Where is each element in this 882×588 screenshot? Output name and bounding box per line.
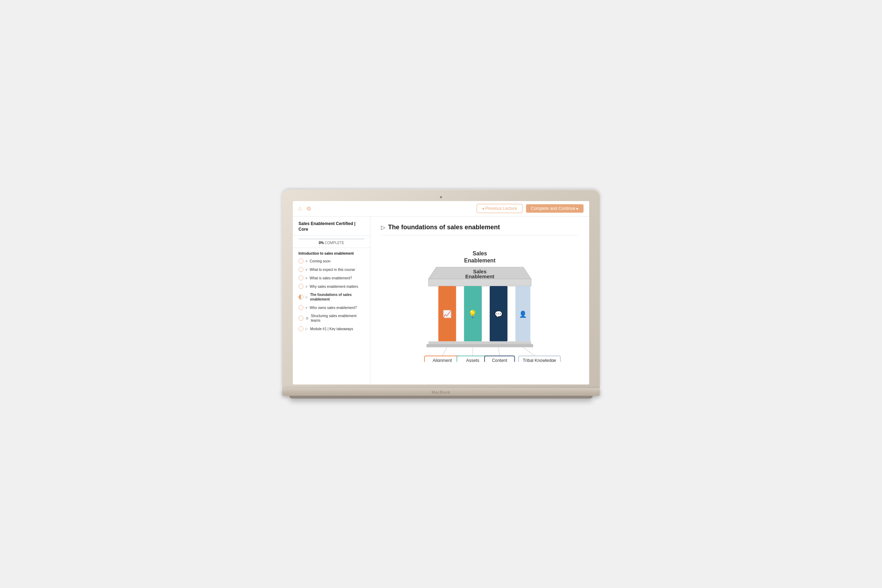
- item-status-circle: [298, 326, 303, 331]
- top-nav: ⌂ ⚙ ◂ Previous Lecture Complete and Cont…: [293, 201, 589, 217]
- item-status-circle: [298, 276, 303, 280]
- temple-diagram: 📈 💡 💬: [381, 243, 579, 362]
- diagram-container: 📈 💡 💬: [381, 240, 579, 365]
- svg-rect-1: [428, 279, 531, 286]
- item-label: Why sales enablement matters: [310, 284, 358, 289]
- camera: [440, 196, 442, 198]
- svg-text:💬: 💬: [495, 310, 503, 318]
- settings-icon[interactable]: ⚙: [306, 205, 311, 212]
- content-header: ▷ The foundations of sales enablement: [381, 224, 579, 236]
- list-item[interactable]: ≡ What is sales enablement?: [293, 274, 370, 282]
- list-item[interactable]: ⚙ Structuring sales enablement teams: [293, 312, 370, 324]
- item-label: What is sales enablement?: [310, 276, 352, 280]
- item-status-circle: [298, 305, 303, 310]
- svg-line-14: [442, 347, 447, 356]
- progress-bar-bg: [298, 238, 364, 240]
- item-status-circle: [298, 284, 303, 289]
- item-label: Coming soon: [310, 259, 331, 264]
- svg-text:Assets: Assets: [466, 358, 479, 362]
- svg-text:💡: 💡: [468, 310, 477, 318]
- svg-text:Sales: Sales: [473, 250, 487, 256]
- svg-text:Content: Content: [492, 358, 507, 362]
- structure-icon: ⚙: [306, 316, 309, 320]
- item-status-circle-half: [298, 294, 303, 300]
- list-icon: ≡: [306, 285, 308, 288]
- list-item[interactable]: ≡ Why sales enablement matters: [293, 282, 370, 291]
- progress-value: 0%: [319, 241, 324, 245]
- list-icon: ≡: [306, 276, 308, 280]
- list-icon: ≡: [306, 306, 308, 310]
- progress-label: COMPLETE: [325, 241, 344, 245]
- video-icon: ▷: [306, 295, 308, 299]
- section-title: Introduction to sales enablement: [293, 248, 370, 257]
- item-status-circle: [298, 267, 303, 272]
- svg-text:👤: 👤: [519, 310, 527, 318]
- list-icon: ≡: [306, 259, 308, 263]
- home-icon[interactable]: ⌂: [298, 205, 302, 212]
- item-label: The foundations of sales enablement: [310, 292, 364, 302]
- content-area: ▷ The foundations of sales enablement: [370, 217, 589, 384]
- list-icon: ≡: [306, 268, 308, 272]
- nav-left: ⌂ ⚙: [298, 205, 311, 212]
- list-item[interactable]: ≡ What to expect in this course: [293, 265, 370, 274]
- complete-continue-button[interactable]: Complete and Continue ▸: [526, 204, 584, 213]
- svg-text:📈: 📈: [443, 310, 452, 318]
- sidebar: Sales Enablement Certified | Core 0% COM…: [293, 217, 370, 384]
- nav-right: ◂ Previous Lecture Complete and Continue…: [477, 204, 584, 213]
- item-label: Structuring sales enablement teams: [311, 314, 364, 323]
- course-title: Sales Enablement Certified | Core: [298, 221, 364, 233]
- video-icon-sm: ▷: [306, 327, 308, 330]
- content-video-icon: ▷: [381, 224, 385, 231]
- laptop-foot: [289, 396, 593, 399]
- item-label: Module #1 | Key takeaways: [310, 327, 353, 331]
- list-item[interactable]: ≡ Coming soon: [293, 257, 370, 265]
- item-label: Who owns sales enablement?: [310, 306, 357, 310]
- item-label: What to expect in this course: [310, 267, 355, 272]
- app-container: ⌂ ⚙ ◂ Previous Lecture Complete and Cont…: [293, 201, 589, 384]
- sidebar-header: Sales Enablement Certified | Core: [293, 217, 370, 236]
- list-item[interactable]: ▷ The foundations of sales enablement: [293, 291, 370, 303]
- progress-text: 0% COMPLETE: [298, 241, 364, 245]
- svg-text:Enablement: Enablement: [465, 273, 495, 279]
- list-item[interactable]: ≡ Who owns sales enablement?: [293, 303, 370, 312]
- list-item[interactable]: ▷ Module #1 | Key takeaways: [293, 324, 370, 333]
- content-title: The foundations of sales enablement: [388, 224, 500, 231]
- svg-rect-11: [426, 344, 533, 347]
- svg-line-17: [523, 347, 535, 356]
- svg-text:Enablement: Enablement: [464, 257, 496, 263]
- svg-text:Alignment: Alignment: [432, 358, 452, 362]
- svg-line-16: [498, 347, 500, 356]
- progress-area: 0% COMPLETE: [293, 236, 370, 248]
- item-status-circle: [298, 258, 303, 264]
- prev-lecture-button[interactable]: ◂ Previous Lecture: [477, 204, 522, 213]
- svg-text:Tribal Knowledge: Tribal Knowledge: [523, 358, 556, 362]
- item-status-circle: [298, 316, 303, 321]
- main-layout: Sales Enablement Certified | Core 0% COM…: [293, 217, 589, 384]
- laptop-base: [282, 388, 600, 396]
